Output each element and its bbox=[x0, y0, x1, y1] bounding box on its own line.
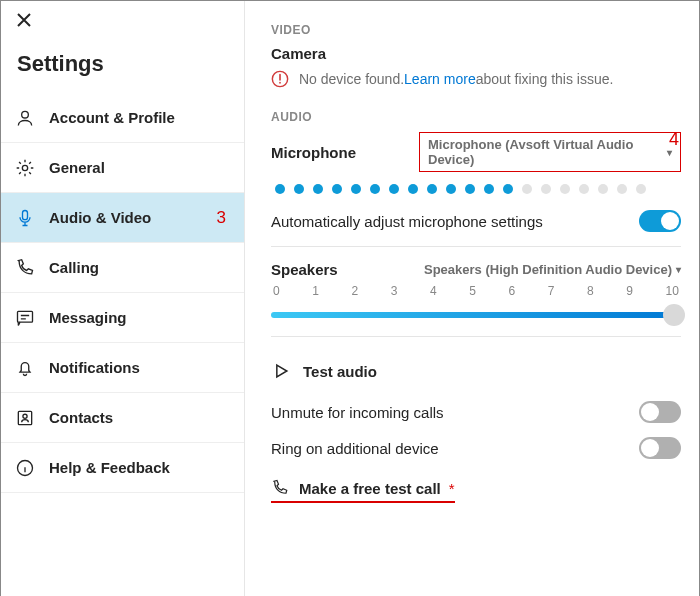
person-icon bbox=[15, 108, 35, 128]
svg-point-1 bbox=[22, 165, 27, 170]
level-dot bbox=[332, 184, 342, 194]
level-dot bbox=[294, 184, 304, 194]
level-dot bbox=[484, 184, 494, 194]
microphone-device-select[interactable]: Microphone (Avsoft Virtual Audio Device)… bbox=[419, 132, 681, 172]
level-dot bbox=[617, 184, 627, 194]
ring-additional-label: Ring on additional device bbox=[271, 440, 439, 457]
sidebar-item-help[interactable]: Help & Feedback bbox=[1, 443, 244, 493]
video-section-label: VIDEO bbox=[271, 23, 681, 37]
unmute-toggle[interactable] bbox=[639, 401, 681, 423]
close-icon bbox=[17, 13, 31, 27]
level-dot bbox=[522, 184, 532, 194]
test-audio-button[interactable]: Test audio bbox=[271, 361, 681, 381]
svg-point-5 bbox=[23, 414, 27, 418]
contacts-icon bbox=[15, 408, 35, 428]
level-dot bbox=[560, 184, 570, 194]
camera-warning-text-post: about fixing this issue. bbox=[476, 71, 614, 87]
slider-tick: 7 bbox=[548, 284, 555, 298]
slider-tick: 0 bbox=[273, 284, 280, 298]
sidebar-item-label: Messaging bbox=[49, 309, 127, 326]
sidebar-item-messaging[interactable]: Messaging bbox=[1, 293, 244, 343]
level-dot bbox=[408, 184, 418, 194]
microphone-label: Microphone bbox=[271, 144, 356, 161]
slider-tick: 5 bbox=[469, 284, 476, 298]
slider-tick: 2 bbox=[352, 284, 359, 298]
level-dot bbox=[446, 184, 456, 194]
slider-tick: 10 bbox=[666, 284, 679, 298]
chevron-down-icon: ▾ bbox=[667, 147, 672, 158]
sidebar-item-account[interactable]: Account & Profile bbox=[1, 93, 244, 143]
level-dot bbox=[427, 184, 437, 194]
mic-level-meter bbox=[275, 184, 681, 194]
slider-tick: 4 bbox=[430, 284, 437, 298]
auto-adjust-label: Automatically adjust microphone settings bbox=[271, 213, 543, 230]
slider-tick: 3 bbox=[391, 284, 398, 298]
microphone-device-value: Microphone (Avsoft Virtual Audio Device) bbox=[428, 137, 663, 167]
svg-rect-2 bbox=[23, 210, 28, 219]
level-dot bbox=[370, 184, 380, 194]
message-icon bbox=[15, 308, 35, 328]
phone-icon bbox=[271, 479, 289, 497]
camera-warning: No device found. Learn more about fixing… bbox=[271, 70, 681, 88]
level-dot bbox=[636, 184, 646, 194]
level-dot bbox=[541, 184, 551, 194]
info-icon bbox=[15, 458, 35, 478]
unmute-label: Unmute for incoming calls bbox=[271, 404, 444, 421]
level-dot bbox=[579, 184, 589, 194]
warning-icon bbox=[271, 70, 289, 88]
level-dot bbox=[313, 184, 323, 194]
sidebar-item-label: Notifications bbox=[49, 359, 140, 376]
svg-rect-3 bbox=[18, 311, 33, 322]
slider-thumb[interactable] bbox=[663, 304, 685, 326]
speakers-device-value: Speakers (High Definition Audio Device) bbox=[424, 262, 672, 277]
sidebar-item-label: Account & Profile bbox=[49, 109, 175, 126]
close-button[interactable] bbox=[1, 1, 244, 47]
level-dot bbox=[351, 184, 361, 194]
sidebar-item-label: General bbox=[49, 159, 105, 176]
audio-section-label: AUDIO bbox=[271, 110, 681, 124]
settings-sidebar: Settings Account & Profile General Audio… bbox=[1, 1, 245, 596]
speakers-device-select[interactable]: Speakers (High Definition Audio Device) … bbox=[424, 262, 681, 277]
learn-more-link[interactable]: Learn more bbox=[404, 71, 476, 87]
annotation-star: * bbox=[449, 480, 455, 497]
speakers-volume-slider[interactable] bbox=[271, 302, 681, 328]
sidebar-item-label: Help & Feedback bbox=[49, 459, 170, 476]
sidebar-item-label: Contacts bbox=[49, 409, 113, 426]
level-dot bbox=[389, 184, 399, 194]
sidebar-item-label: Calling bbox=[49, 259, 99, 276]
slider-track bbox=[271, 312, 681, 318]
annotation-3: 3 bbox=[217, 208, 226, 228]
gear-icon bbox=[15, 158, 35, 178]
auto-adjust-toggle[interactable] bbox=[639, 210, 681, 232]
ring-additional-toggle[interactable] bbox=[639, 437, 681, 459]
sidebar-item-notifications[interactable]: Notifications bbox=[1, 343, 244, 393]
speakers-volume-slider-wrap: 012345678910 bbox=[271, 284, 681, 328]
test-call-label: Make a free test call bbox=[299, 480, 441, 497]
camera-label: Camera bbox=[271, 45, 681, 62]
microphone-icon bbox=[15, 208, 35, 228]
sidebar-item-label: Audio & Video bbox=[49, 209, 151, 226]
speakers-label: Speakers bbox=[271, 261, 338, 278]
slider-tick-labels: 012345678910 bbox=[271, 284, 681, 298]
sidebar-item-general[interactable]: General bbox=[1, 143, 244, 193]
phone-icon bbox=[15, 258, 35, 278]
slider-tick: 6 bbox=[509, 284, 516, 298]
level-dot bbox=[465, 184, 475, 194]
make-test-call-button[interactable]: Make a free test call * bbox=[271, 479, 455, 503]
bell-icon bbox=[15, 358, 35, 378]
settings-title: Settings bbox=[1, 47, 244, 93]
settings-pane: 4 VIDEO Camera No device found. Learn mo… bbox=[245, 1, 700, 596]
sidebar-item-audio-video[interactable]: Audio & Video 3 bbox=[1, 193, 244, 243]
slider-tick: 1 bbox=[312, 284, 319, 298]
sidebar-item-contacts[interactable]: Contacts bbox=[1, 393, 244, 443]
level-dot bbox=[503, 184, 513, 194]
camera-warning-text-pre: No device found. bbox=[299, 71, 404, 87]
svg-point-0 bbox=[22, 111, 29, 118]
slider-tick: 8 bbox=[587, 284, 594, 298]
level-dot bbox=[275, 184, 285, 194]
sidebar-item-calling[interactable]: Calling bbox=[1, 243, 244, 293]
divider bbox=[271, 336, 681, 337]
test-audio-label: Test audio bbox=[303, 363, 377, 380]
slider-tick: 9 bbox=[626, 284, 633, 298]
play-icon bbox=[271, 361, 291, 381]
